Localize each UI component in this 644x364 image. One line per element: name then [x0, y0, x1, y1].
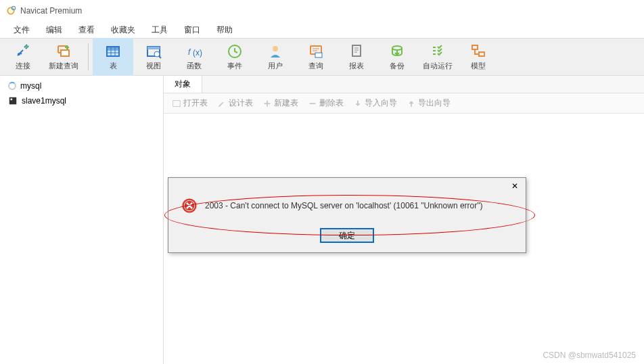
svg-point-14	[273, 46, 278, 51]
svg-point-10	[154, 51, 160, 57]
export-wizard-button[interactable]: 导出向导	[402, 96, 455, 110]
report-button[interactable]: 报表	[336, 38, 377, 76]
close-icon: ✕	[511, 181, 518, 191]
svg-point-3	[25, 45, 28, 48]
menu-view[interactable]: 查看	[70, 24, 103, 36]
error-message: 2003 - Can't connect to MySQL server on …	[205, 201, 482, 210]
dialog-titlebar: ✕	[168, 178, 526, 194]
export-icon	[407, 99, 416, 108]
menu-window[interactable]: 窗口	[176, 24, 208, 36]
svg-text:f: f	[188, 47, 191, 57]
svg-point-2	[18, 53, 20, 55]
svg-point-18	[392, 46, 402, 50]
user-label: 用户	[268, 61, 283, 71]
connection-slave1mysql[interactable]: slave1mysql	[0, 93, 163, 108]
automation-button[interactable]: 自动运行	[417, 38, 458, 76]
connection-label: mysql	[20, 81, 41, 91]
svg-rect-16	[315, 53, 322, 58]
view-button[interactable]: 视图	[133, 38, 174, 76]
svg-rect-9	[147, 47, 160, 49]
view-icon	[145, 43, 162, 60]
event-button[interactable]: 事件	[214, 38, 255, 76]
new-query-button[interactable]: 新建查询	[43, 38, 84, 76]
new-table-button[interactable]: 新建表	[258, 96, 302, 110]
menu-bar: 文件 编辑 查看 收藏夹 工具 窗口 帮助	[0, 22, 644, 38]
model-label: 模型	[471, 61, 486, 71]
wrench-icon	[217, 99, 227, 108]
design-table-button[interactable]: 设计表	[213, 96, 257, 110]
function-icon: f(x)	[186, 43, 202, 60]
new-query-icon	[55, 43, 72, 60]
function-button[interactable]: f(x) 函数	[174, 38, 214, 76]
menu-favorites[interactable]: 收藏夹	[103, 24, 143, 36]
svg-rect-21	[9, 97, 17, 105]
report-icon	[348, 43, 365, 60]
object-toolbar: 打开表 设计表 新建表 删除表 导入向导 导出向导	[164, 93, 644, 114]
connection-mysql[interactable]: mysql	[0, 78, 163, 93]
menu-edit[interactable]: 编辑	[38, 24, 70, 36]
svg-rect-7	[107, 47, 119, 49]
spinner-icon	[8, 82, 16, 90]
tab-row: 对象	[164, 76, 644, 93]
view-label: 视图	[146, 61, 161, 71]
window-title: Navicat Premium	[20, 6, 82, 16]
menu-tools[interactable]: 工具	[143, 24, 176, 36]
table-button[interactable]: 表	[93, 38, 133, 76]
database-icon	[8, 96, 18, 106]
menu-file[interactable]: 文件	[5, 24, 38, 36]
user-icon	[267, 43, 283, 60]
svg-rect-19	[472, 45, 478, 49]
title-bar: Navicat Premium	[0, 0, 644, 22]
import-wizard-button[interactable]: 导入向导	[349, 96, 401, 110]
backup-button[interactable]: 备份	[377, 38, 417, 76]
delete-table-button[interactable]: 删除表	[304, 96, 348, 110]
main-toolbar: 连接 新建查询 表 视图 f(x) 函数 事件 用户 查询 报表 备份 自动运行	[0, 38, 644, 76]
user-button[interactable]: 用户	[255, 38, 296, 76]
svg-rect-22	[11, 99, 13, 101]
connect-button[interactable]: 连接	[3, 38, 43, 76]
connection-sidebar: mysql slave1mysql	[0, 76, 164, 364]
svg-point-0	[7, 7, 14, 14]
table-label: 表	[110, 61, 117, 71]
automation-icon	[430, 43, 446, 60]
import-icon	[353, 99, 363, 108]
minus-icon	[308, 99, 317, 108]
error-icon	[181, 197, 198, 214]
svg-rect-23	[173, 100, 181, 106]
table-icon	[105, 43, 121, 60]
query-label: 查询	[308, 61, 323, 71]
automation-label: 自动运行	[423, 61, 453, 71]
watermark: CSDN @sbmwatd541025	[543, 350, 636, 360]
plug-icon	[15, 43, 31, 60]
model-button[interactable]: 模型	[458, 38, 499, 76]
menu-help[interactable]: 帮助	[208, 24, 241, 36]
backup-icon	[389, 43, 405, 60]
svg-rect-5	[61, 50, 69, 56]
new-query-label: 新建查询	[49, 61, 78, 71]
connection-label: slave1mysql	[22, 96, 66, 106]
toolbar-separator	[88, 43, 89, 70]
function-label: 函数	[187, 61, 202, 71]
app-icon	[5, 5, 16, 16]
model-icon	[470, 43, 486, 60]
query-button[interactable]: 查询	[296, 38, 336, 76]
ok-button[interactable]: 确定	[320, 228, 374, 243]
svg-rect-20	[479, 52, 484, 56]
query-icon	[308, 43, 324, 60]
open-icon	[172, 99, 181, 108]
event-label: 事件	[227, 61, 242, 71]
report-label: 报表	[349, 61, 364, 71]
plus-icon	[262, 99, 272, 108]
backup-label: 备份	[390, 61, 405, 71]
tab-objects[interactable]: 对象	[163, 75, 202, 93]
svg-text:(x): (x)	[193, 48, 202, 58]
connect-label: 连接	[16, 61, 30, 71]
svg-rect-17	[352, 45, 361, 56]
clock-icon	[227, 43, 243, 60]
error-dialog: ✕ 2003 - Can't connect to MySQL server o…	[168, 177, 526, 253]
close-button[interactable]: ✕	[505, 179, 524, 194]
open-table-button[interactable]: 打开表	[168, 96, 212, 110]
